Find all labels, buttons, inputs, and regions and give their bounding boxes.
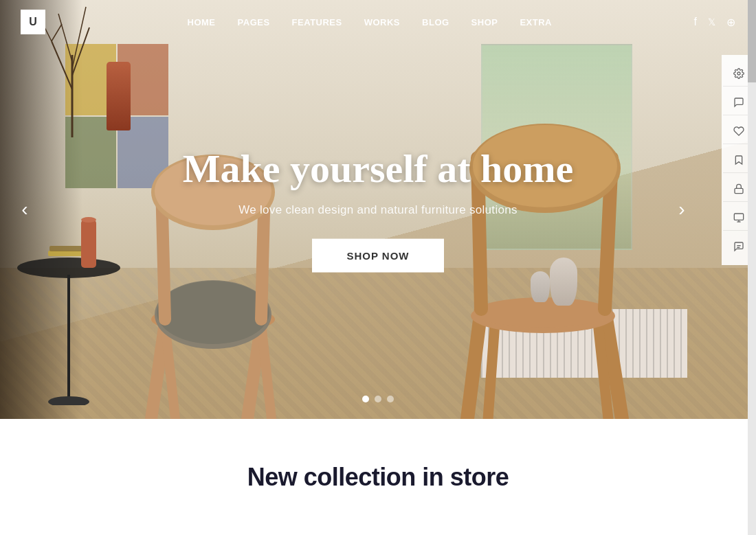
nav-extra[interactable]: EXTRA [520, 17, 552, 27]
dot-3[interactable] [387, 396, 394, 402]
nav-works[interactable]: WORKS [364, 17, 400, 27]
nav-features[interactable]: FEATURES [292, 17, 342, 27]
dot-2[interactable] [375, 396, 381, 402]
slider-next-button[interactable]: › [669, 197, 694, 222]
scrollbar[interactable] [748, 0, 756, 535]
header-social-icons: f 𝕏 ⊕ [694, 16, 735, 29]
hero-cta-button[interactable]: Shop now [312, 238, 443, 272]
svg-rect-32 [49, 246, 82, 251]
collection-title: New collection in store [247, 463, 509, 492]
svg-line-10 [261, 323, 271, 419]
svg-point-13 [157, 281, 269, 344]
header: U HOME PAGES FEATURES WORKS BLOG SHOP EX… [0, 0, 756, 44]
bottom-section: New collection in store [0, 419, 756, 535]
svg-point-34 [81, 217, 96, 223]
nav-pages[interactable]: PAGES [238, 17, 270, 27]
nav-shop[interactable]: SHOP [471, 17, 498, 27]
svg-rect-31 [48, 251, 82, 256]
logo[interactable]: U [21, 10, 45, 34]
svg-point-35 [737, 72, 740, 75]
svg-rect-33 [81, 220, 96, 268]
vase-decoration [107, 62, 131, 130]
nav-blog[interactable]: BLOG [422, 17, 449, 27]
svg-point-30 [48, 396, 89, 405]
svg-line-18 [467, 309, 481, 419]
mug [531, 271, 550, 302]
scrollbar-thumb[interactable] [748, 0, 756, 82]
hero-content: Make yourself at home We love clean desi… [137, 147, 619, 273]
nav-home[interactable]: HOME [188, 17, 216, 27]
hero-section: U HOME PAGES FEATURES WORKS BLOG SHOP EX… [0, 0, 756, 419]
hero-subtitle: We love clean design and natural furnitu… [137, 203, 619, 216]
slider-dots [362, 396, 394, 402]
svg-rect-37 [734, 214, 743, 220]
svg-rect-36 [735, 188, 743, 193]
svg-line-20 [488, 323, 495, 419]
main-nav: HOME PAGES FEATURES WORKS BLOG SHOP EXTR… [188, 17, 552, 27]
settings-header-icon[interactable]: ⊕ [726, 16, 735, 29]
dot-1[interactable] [362, 396, 369, 402]
facebook-icon[interactable]: f [694, 16, 697, 28]
slider-prev-button[interactable]: ‹ [12, 197, 37, 222]
svg-line-1 [52, 41, 72, 89]
twitter-icon[interactable]: 𝕏 [708, 16, 715, 27]
hero-title: Make yourself at home [137, 147, 619, 191]
